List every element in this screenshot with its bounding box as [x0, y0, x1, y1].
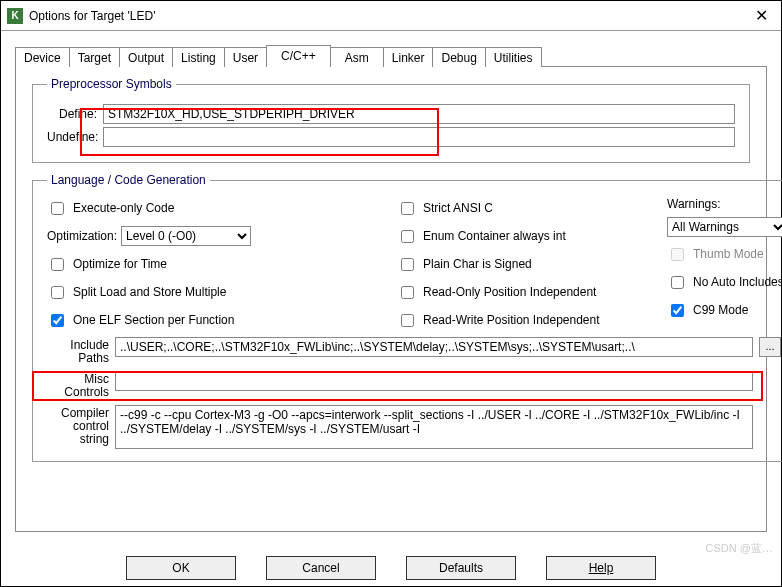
- warnings-select[interactable]: All Warnings: [667, 217, 782, 237]
- preprocessor-legend: Preprocessor Symbols: [47, 77, 176, 91]
- one-elf-input[interactable]: [51, 314, 64, 327]
- language-legend: Language / Code Generation: [47, 173, 210, 187]
- thumb-mode-input: [671, 248, 684, 261]
- define-label: Define:: [47, 107, 103, 121]
- optimization-label: Optimization:: [47, 229, 117, 243]
- c99-mode-input[interactable]: [671, 304, 684, 317]
- compiler-control-string-label: Compiler control string: [47, 405, 109, 446]
- no-auto-includes-checkbox[interactable]: No Auto Includes: [667, 271, 782, 293]
- language-col-2: Strict ANSI C Enum Container always int …: [397, 197, 667, 331]
- include-paths-label: Include Paths: [47, 337, 109, 365]
- tab-debug[interactable]: Debug: [432, 47, 485, 67]
- split-load-label: Split Load and Store Multiple: [73, 285, 226, 299]
- execute-only-code-label: Execute-only Code: [73, 201, 174, 215]
- dialog-buttons: OK Cancel Defaults Help: [1, 556, 781, 580]
- c99-mode-label: C99 Mode: [693, 303, 748, 317]
- thumb-mode-checkbox: Thumb Mode: [667, 243, 782, 265]
- plain-char-checkbox[interactable]: Plain Char is Signed: [397, 253, 667, 275]
- define-input[interactable]: [103, 104, 735, 124]
- strict-ansi-input[interactable]: [401, 202, 414, 215]
- optimize-for-time-label: Optimize for Time: [73, 257, 167, 271]
- one-elf-checkbox[interactable]: One ELF Section per Function: [47, 309, 397, 331]
- language-col-1: Execute-only Code Optimization: Level 0 …: [47, 197, 397, 331]
- no-auto-includes-input[interactable]: [671, 276, 684, 289]
- tab-device[interactable]: Device: [15, 47, 70, 67]
- c99-mode-checkbox[interactable]: C99 Mode: [667, 299, 782, 321]
- watermark: CSDN @蓝…: [706, 541, 773, 556]
- undefine-input[interactable]: [103, 127, 735, 147]
- enum-container-input[interactable]: [401, 230, 414, 243]
- optimize-for-time-input[interactable]: [51, 258, 64, 271]
- rw-pos-checkbox[interactable]: Read-Write Position Independent: [397, 309, 667, 331]
- plain-char-label: Plain Char is Signed: [423, 257, 532, 271]
- app-icon: K: [7, 8, 23, 24]
- undefine-label: Undefine:: [47, 130, 103, 144]
- tab-bar: Device Target Output Listing User C/C++ …: [15, 45, 767, 67]
- misc-controls-label: Misc Controls: [47, 371, 109, 399]
- include-paths-input[interactable]: [115, 337, 753, 357]
- tab-output[interactable]: Output: [119, 47, 173, 67]
- plain-char-input[interactable]: [401, 258, 414, 271]
- strict-ansi-checkbox[interactable]: Strict ANSI C: [397, 197, 667, 219]
- help-button[interactable]: Help: [546, 556, 656, 580]
- include-paths-browse-button[interactable]: ...: [759, 337, 781, 357]
- language-col-3: Warnings: All Warnings Thumb Mode No Aut…: [667, 197, 782, 331]
- tab-linker[interactable]: Linker: [383, 47, 434, 67]
- split-load-checkbox[interactable]: Split Load and Store Multiple: [47, 281, 397, 303]
- titlebar: K Options for Target 'LED' ✕: [1, 1, 781, 31]
- ro-pos-label: Read-Only Position Independent: [423, 285, 596, 299]
- split-load-input[interactable]: [51, 286, 64, 299]
- one-elf-label: One ELF Section per Function: [73, 313, 234, 327]
- no-auto-includes-label: No Auto Includes: [693, 275, 782, 289]
- tab-user[interactable]: User: [224, 47, 267, 67]
- execute-only-code-checkbox[interactable]: Execute-only Code: [47, 197, 397, 219]
- tab-target[interactable]: Target: [69, 47, 120, 67]
- options-dialog: K Options for Target 'LED' ✕ Device Targ…: [0, 0, 782, 587]
- language-group: Language / Code Generation Execute-only …: [32, 173, 782, 462]
- thumb-mode-label: Thumb Mode: [693, 247, 764, 261]
- strict-ansi-label: Strict ANSI C: [423, 201, 493, 215]
- close-icon[interactable]: ✕: [747, 6, 775, 25]
- window-title: Options for Target 'LED': [29, 9, 155, 23]
- compiler-control-string: --c99 -c --cpu Cortex-M3 -g -O0 --apcs=i…: [115, 405, 753, 449]
- ok-button[interactable]: OK: [126, 556, 236, 580]
- rw-pos-input[interactable]: [401, 314, 414, 327]
- tab-c-cpp[interactable]: C/C++: [266, 45, 331, 67]
- execute-only-code-input[interactable]: [51, 202, 64, 215]
- enum-container-checkbox[interactable]: Enum Container always int: [397, 225, 667, 247]
- tab-utilities[interactable]: Utilities: [485, 47, 542, 67]
- tab-asm[interactable]: Asm: [330, 47, 384, 67]
- rw-pos-label: Read-Write Position Independent: [423, 313, 600, 327]
- warnings-label: Warnings:: [667, 197, 782, 211]
- defaults-button[interactable]: Defaults: [406, 556, 516, 580]
- tab-listing[interactable]: Listing: [172, 47, 225, 67]
- optimization-select[interactable]: Level 0 (-O0): [121, 226, 251, 246]
- cancel-button[interactable]: Cancel: [266, 556, 376, 580]
- client-area: Device Target Output Listing User C/C++ …: [1, 31, 781, 586]
- enum-container-label: Enum Container always int: [423, 229, 566, 243]
- optimize-for-time-checkbox[interactable]: Optimize for Time: [47, 253, 397, 275]
- tab-panel-c-cpp: Preprocessor Symbols Define: Undefine: L…: [15, 66, 767, 532]
- misc-controls-input[interactable]: [115, 371, 753, 391]
- ro-pos-checkbox[interactable]: Read-Only Position Independent: [397, 281, 667, 303]
- preprocessor-group: Preprocessor Symbols Define: Undefine:: [32, 77, 750, 163]
- ro-pos-input[interactable]: [401, 286, 414, 299]
